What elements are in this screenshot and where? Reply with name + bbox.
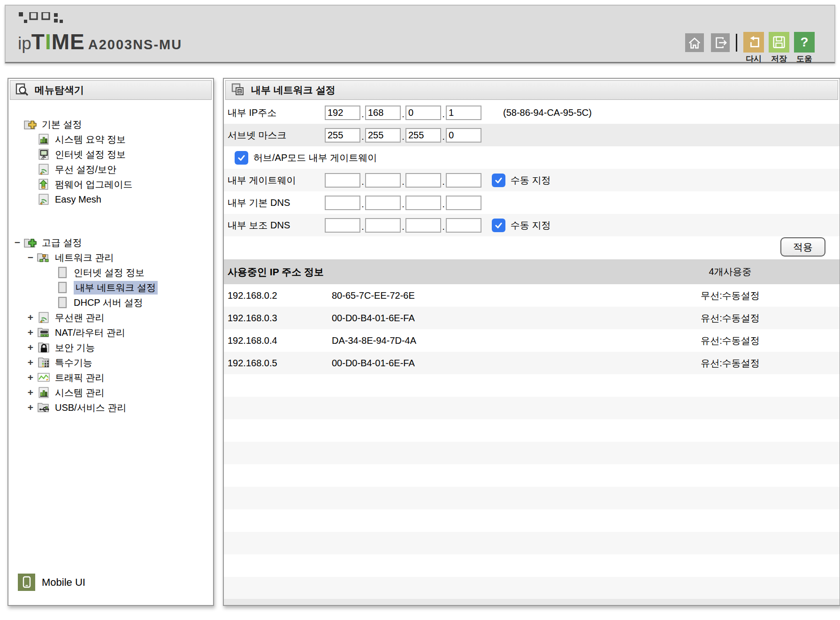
dns2-octet-1[interactable] [325,218,360,233]
mobile-phone-icon [18,574,35,591]
tree-item-label: 시스템 관리 [55,386,105,399]
toolbar-divider [736,34,737,52]
gateway-manual-checkbox[interactable] [492,174,505,187]
network-nodes-icon [37,251,51,264]
logout-icon [712,35,728,51]
main-panel: 내부 네트워크 설정 내부 IP주소 . . . (58-86-94-CA-95… [223,78,840,606]
tree-item-label: 기본 설정 [42,118,82,131]
menu-tree: 기본 설정 시스템 요약 정보 [8,101,213,605]
tree-item-usb-service-mgmt[interactable]: + USB/서비스 관리 [8,400,213,415]
row-status: 유선:수동설정 [681,312,779,325]
gateway-octet-3[interactable] [405,173,441,188]
tree-item-easy-mesh[interactable]: Easy Mesh [8,192,213,207]
apply-button[interactable]: 적용 [780,237,825,257]
octet-separator: . [401,199,405,210]
tree-item-dhcp-server[interactable]: DHCP 서버 설정 [8,295,213,310]
tree-item-label: 무선 설정/보안 [55,163,116,176]
row-mac: 00-D0-B4-01-6E-FA [332,358,681,369]
tree-item-traffic-mgmt[interactable]: + 트래픽 관리 [8,370,213,385]
row-status: 무선:수동설정 [681,289,779,302]
table-row: 192.168.0.4 DA-34-8E-94-7D-4A 유선:수동설정 [224,329,840,352]
row-mac: 80-65-7C-EE-72-6E [332,290,681,301]
ip-octet-2[interactable] [365,106,401,120]
save-label: 저장 [768,53,790,64]
panel-bottom-strip [224,599,840,605]
tree-item-label: 보안 기능 [55,341,95,354]
octet-separator: . [360,199,365,210]
wifi-icon [37,163,51,176]
dns2-octet-2[interactable] [365,218,401,233]
tree-item-security[interactable]: + 보안 기능 [8,340,213,355]
help-button[interactable]: ? 도움 [794,32,815,64]
octet-separator: . [441,221,446,233]
dns2-manual-label: 수동 지정 [511,219,551,232]
tree-item-basic-setup[interactable]: 기본 설정 [8,117,213,132]
ip-octet-4[interactable] [446,106,481,120]
tree-item-internet-settings-info[interactable]: 인터넷 설정 정보 [8,265,213,280]
tree-item-wlan-mgmt[interactable]: + 무선랜 관리 [8,310,213,325]
dns1-octet-1[interactable] [325,196,360,210]
tree-item-internet-info[interactable]: 인터넷 설정 정보 [8,147,213,162]
check-icon [494,176,503,185]
octet-separator: . [360,109,365,120]
redo-button[interactable]: 다시 [743,32,764,64]
ip-octet-1[interactable] [325,106,360,120]
expand-expander[interactable]: + [24,402,37,413]
dns2-manual-checkbox[interactable] [492,219,505,232]
brand-ip: ip [18,34,31,53]
mobile-ui-link[interactable]: Mobile UI [18,574,85,591]
expand-expander[interactable]: + [24,372,37,383]
expand-expander[interactable]: + [24,357,37,368]
octet-separator: . [360,221,365,233]
ip-table-header: 사용중인 IP 주소 정보 4개사용중 [224,259,840,284]
home-button[interactable] [685,33,704,52]
octet-separator: . [401,131,405,143]
octet-separator: . [401,221,405,233]
tree-item-label: 펌웨어 업그레이드 [55,178,133,191]
dns1-octet-2[interactable] [365,196,401,210]
tree-item-system-mgmt[interactable]: + 시스템 관리 [8,385,213,400]
model-name: A2003NS-MU [88,37,183,53]
grid-dots-icon [37,356,51,369]
table-row: 192.168.0.2 80-65-7C-EE-72-6E 무선:수동설정 [224,284,840,307]
gateway-octet-1[interactable] [325,173,360,188]
brand-me: ME [52,30,85,54]
tree-item-special-functions[interactable]: + 특수기능 [8,355,213,370]
expand-expander[interactable]: + [24,327,37,338]
brand-text: ipTIME A2003NS-MU [18,29,182,54]
dns1-octet-4[interactable] [446,196,481,210]
expand-expander[interactable]: + [24,342,37,353]
subnet-octet-3[interactable] [405,128,441,143]
tree-section-gap [8,207,213,235]
tree-item-internal-network-settings[interactable]: 내부 네트워크 설정 [8,280,213,295]
dns2-octet-3[interactable] [405,218,441,233]
subnet-octet-4[interactable] [446,128,481,143]
tree-item-network-mgmt[interactable]: − 네트워크 관리 [8,250,213,265]
collapse-expander[interactable]: − [11,237,23,248]
collapse-expander[interactable]: − [24,252,37,263]
copy-pages-icon [230,83,245,98]
subnet-octet-2[interactable] [365,128,401,143]
logout-button[interactable] [711,33,730,52]
gateway-octet-2[interactable] [365,173,401,188]
expand-expander[interactable]: + [24,387,37,398]
mobile-ui-label: Mobile UI [42,576,85,589]
expand-expander[interactable]: + [24,312,37,323]
save-button[interactable]: 저장 [768,32,790,64]
tree-item-firmware-upgrade[interactable]: 펌웨어 업그레이드 [8,177,213,192]
tree-item-advanced-setup[interactable]: − 고급 설정 [8,235,213,250]
ip-octet-3[interactable] [405,106,441,120]
gateway-octet-4[interactable] [446,173,481,188]
tree-item-label: 특수기능 [55,356,92,369]
subnet-octet-1[interactable] [325,128,360,143]
tree-item-wireless-security[interactable]: 무선 설정/보안 [8,162,213,177]
tree-item-label: 인터넷 설정 정보 [74,266,145,279]
hub-ap-checkbox[interactable] [235,151,248,165]
gateway-manual-group: 수동 지정 [492,174,551,187]
tree-item-system-summary[interactable]: 시스템 요약 정보 [8,132,213,147]
save-icon [771,34,787,50]
dns1-octet-3[interactable] [405,196,441,210]
redo-label: 다시 [743,53,764,64]
tree-item-nat-router-mgmt[interactable]: + NAT/라우터 관리 [8,325,213,340]
dns2-octet-4[interactable] [446,218,481,233]
